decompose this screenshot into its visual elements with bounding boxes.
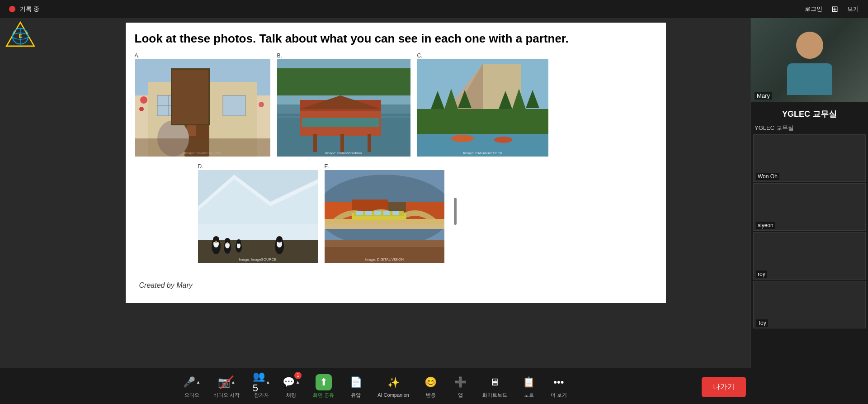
svg-rect-9	[148, 82, 257, 157]
toolbar-video[interactable]: 📷▲ 비디오 시작	[213, 374, 240, 399]
photo-label-e: E.	[325, 163, 330, 170]
microphone-icon: 🎤▲	[184, 374, 200, 390]
svg-text:Image: ImageSOURCE: Image: ImageSOURCE	[239, 257, 276, 261]
whiteboard-label: 유압	[351, 392, 361, 399]
participant-video-toy: Toy	[753, 281, 866, 328]
participant-video-mary	[751, 18, 868, 102]
ai-icon: ✨	[385, 375, 401, 391]
more-label: 더 보기	[551, 392, 567, 399]
toolbar-share[interactable]: ⬆ 화면 공유	[313, 374, 334, 399]
photo-item-e: E.	[325, 163, 444, 263]
notes-label: 노트	[524, 392, 534, 399]
notes-icon: 📋	[521, 374, 537, 390]
room-subtitle: YGLEC 교무실	[751, 124, 868, 134]
video-feed: Mary	[751, 18, 868, 102]
photo-grid-bottom: D.	[135, 163, 657, 263]
audio-arrow[interactable]: ▲	[196, 380, 201, 385]
chat-arrow[interactable]: ▲	[296, 380, 300, 385]
created-by: Created by Mary	[139, 281, 193, 290]
toolbar-ai[interactable]: ✨ AI Companion	[377, 375, 409, 398]
reaction-icon: 😊	[423, 374, 439, 390]
svg-point-19	[139, 107, 144, 111]
login-button[interactable]: 로그인	[805, 5, 822, 13]
photo-grid-top: A.	[135, 52, 657, 157]
camera-icon: 📷▲	[218, 374, 235, 390]
svg-point-17	[140, 96, 147, 104]
participant-item-roy: roy	[753, 232, 866, 280]
svg-rect-83	[392, 211, 399, 215]
participant-item-siyeon: siyeon	[753, 183, 866, 231]
svg-rect-31	[340, 134, 344, 152]
chat-label: 채팅	[286, 392, 296, 399]
toolbar-chat[interactable]: 💬 1 ▲ 채팅	[283, 374, 299, 399]
participant-item-toy: Toy	[753, 281, 866, 328]
toolbar-participants[interactable]: 👥 5 ▲ 참가자	[253, 374, 269, 399]
toolbar-whiteboard[interactable]: 📄 유압	[348, 374, 364, 399]
photo-box-e: Image: DIGITAL VISION	[325, 170, 444, 263]
whiteboard-icon: 📄	[348, 374, 364, 390]
svg-rect-23	[277, 68, 410, 95]
logo: E	[5, 20, 41, 57]
room-title-section: YGLEC 교무실	[751, 102, 868, 124]
video-label: 비디오 시작	[213, 392, 240, 399]
apps-icon: ➕	[453, 374, 469, 390]
toolbar-whiteboard2[interactable]: 🖥 화이트보드	[482, 374, 507, 399]
toolbar-reaction[interactable]: 😊 반응	[423, 374, 439, 399]
photo-box-a: Image: Sandie Mourão	[135, 59, 270, 157]
toolbar-notes[interactable]: 📋 노트	[521, 374, 537, 399]
main-container: E Look at these photos. Talk about what …	[0, 18, 868, 404]
top-bar: 기록 중 로그인 ⊞ 보기	[0, 0, 868, 18]
slide-divider	[454, 198, 457, 225]
video-participant-name: Mary	[755, 92, 772, 100]
right-panel-bottom	[750, 368, 868, 404]
top-bar-right: 로그인 ⊞ 보기	[805, 4, 859, 14]
svg-rect-80	[365, 211, 372, 215]
share-screen-icon: ⬆	[316, 374, 332, 390]
svg-rect-30	[313, 134, 317, 152]
toolbar-audio[interactable]: 🎤▲ 오디오	[184, 374, 200, 399]
apps-label: 앱	[458, 392, 463, 399]
video-arrow[interactable]: ▲	[231, 380, 236, 385]
svg-text:Image: DIGITAL VISION: Image: DIGITAL VISION	[364, 257, 403, 261]
svg-rect-13	[223, 95, 245, 116]
bottom-toolbar: 🎤▲ 오디오 📷▲ 비디오 시작 👥 5 ▲ 참가자 💬 1 ▲ 채팅	[0, 368, 750, 404]
chat-icon: 💬 1 ▲	[283, 374, 299, 390]
svg-point-46	[451, 135, 474, 142]
photo-box-d: Image: ImageSOURCE	[198, 170, 318, 263]
participant-item-won-oh: Won Oh	[753, 134, 866, 182]
participant-video-won-oh: Won Oh	[753, 134, 866, 182]
svg-text:Image: Sandie Mourão: Image: Sandie Mourão	[184, 151, 221, 155]
leave-button[interactable]: 나가기	[702, 377, 746, 397]
svg-rect-81	[374, 211, 381, 215]
slide-area: E Look at these photos. Talk about what …	[0, 18, 750, 404]
slide-content: Look at these photos. Talk about what yo…	[126, 23, 666, 303]
svg-rect-79	[356, 211, 363, 215]
toolbar-apps[interactable]: ➕ 앱	[453, 374, 469, 399]
photo-item-b: B.	[277, 52, 410, 157]
photo-box-c: Image: BANANASTOCK	[417, 59, 548, 157]
ai-label: AI Companion	[377, 392, 409, 398]
display-icon: 🖥	[486, 374, 503, 390]
photo-item-c: C.	[417, 52, 548, 157]
photo-item-a: A.	[135, 52, 270, 157]
svg-point-47	[494, 137, 512, 143]
svg-text:E: E	[19, 33, 23, 39]
view-label[interactable]: 보기	[847, 5, 859, 13]
photo-label-d: D.	[198, 163, 203, 170]
grid-icon[interactable]: ⊞	[831, 4, 838, 14]
participants-icon: 👥 5 ▲	[253, 374, 269, 390]
participant-name-roy: roy	[756, 271, 767, 278]
participants-section: Won Oh siyeon roy Toy	[751, 134, 868, 404]
photo-box-b: Image: Ramashradanu	[277, 59, 410, 157]
more-icon: •••	[551, 374, 567, 390]
toolbar-more[interactable]: ••• 더 보기	[551, 374, 567, 399]
participants-arrow[interactable]: ▲	[266, 380, 270, 385]
participant-video-siyeon: siyeon	[753, 183, 866, 231]
svg-point-18	[259, 102, 264, 107]
photo-label-b: B.	[277, 52, 282, 59]
svg-rect-32	[368, 134, 371, 152]
reaction-label: 반응	[426, 392, 436, 399]
room-title: YGLEC 교무실	[755, 109, 863, 119]
share-label: 화면 공유	[313, 392, 334, 399]
svg-text:Image: BANANASTOCK: Image: BANANASTOCK	[463, 151, 503, 155]
